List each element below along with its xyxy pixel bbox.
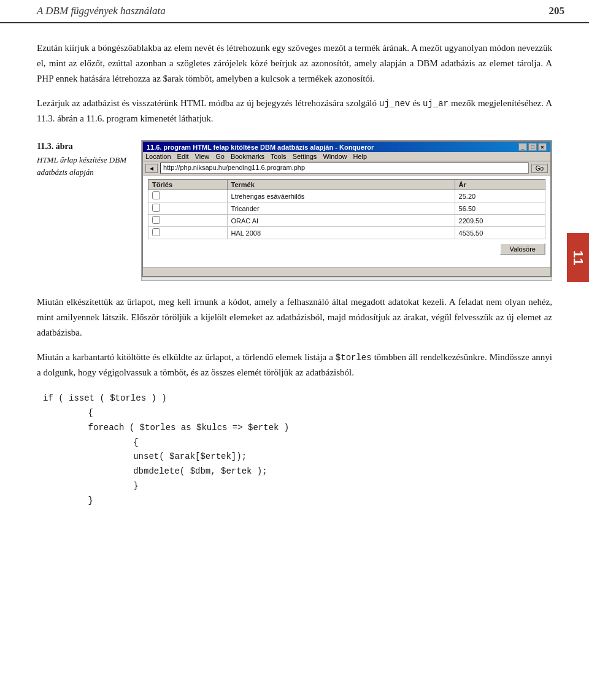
menu-bookmarks[interactable]: Bookmarks bbox=[231, 153, 264, 160]
p2-code-uj-ar: uj_ar bbox=[423, 99, 448, 109]
browser-submit-row: Valösöre bbox=[148, 243, 545, 255]
col-header-termek: Termék bbox=[227, 180, 455, 190]
figure-caption: 11.3. ábra HTML űrlap készítése DBM adat… bbox=[37, 140, 141, 178]
row2-checkbox[interactable] bbox=[152, 204, 160, 212]
browser-controls: _ □ × bbox=[518, 143, 547, 151]
browser-statusbar bbox=[143, 267, 550, 276]
menu-tools[interactable]: Tools bbox=[271, 153, 287, 160]
code-line-8: } bbox=[43, 494, 552, 509]
figure-image: 11.6. program HTML felap kitöltése DBM a… bbox=[141, 140, 552, 281]
menu-help[interactable]: Help bbox=[353, 153, 368, 160]
browser-toolbar: ◄ http://php.niksapu.hu/pending11.6.prog… bbox=[143, 161, 550, 175]
code-line-7: } bbox=[43, 479, 552, 494]
p4-text-1: Miután a karbantartó kitöltötte és elkül… bbox=[37, 352, 336, 362]
col-header-checkbox: Törlés bbox=[148, 180, 228, 190]
code-line-3: foreach ( $torles as $kulcs => $ertek ) bbox=[43, 421, 552, 436]
p2-text-1: Lezárjuk az adatbázist és visszatérünk H… bbox=[37, 98, 379, 108]
menu-edit[interactable]: Edit bbox=[177, 153, 189, 160]
code-line-2: { bbox=[43, 406, 552, 421]
page-container: A DBM függvények használata 205 11 Ezutá… bbox=[0, 0, 589, 700]
paragraph-3: Miután elkészítettük az űrlapot, meg kel… bbox=[37, 294, 552, 340]
table-row: Ltrehengas esáváerhilős 25.20 bbox=[148, 190, 545, 202]
menu-settings[interactable]: Settings bbox=[293, 153, 317, 160]
browser-submit-button[interactable]: Valösöre bbox=[499, 243, 545, 255]
table-row: ORAC AI 2209.50 bbox=[148, 215, 545, 227]
browser-maximize-btn[interactable]: □ bbox=[528, 143, 537, 151]
row1-name: Ltrehengas esáváerhilős bbox=[227, 190, 455, 202]
browser-content: Törlés Termék Ár Ltrehengas esáváerhilős… bbox=[143, 175, 550, 267]
browser-back-button[interactable]: ◄ bbox=[145, 164, 158, 173]
menu-view[interactable]: View bbox=[195, 153, 210, 160]
table-row: Tricander 56.50 bbox=[148, 202, 545, 215]
row3-name: ORAC AI bbox=[227, 215, 455, 227]
code-line-6: dbmdelete( $dbm, $ertek ); bbox=[43, 464, 552, 479]
browser-close-btn[interactable]: × bbox=[538, 143, 547, 151]
browser-title-text: 11.6. program HTML felap kitöltése DBM a… bbox=[147, 144, 374, 151]
figure-row: 11.3. ábra HTML űrlap készítése DBM adat… bbox=[37, 140, 552, 281]
paragraph-4: Miután a karbantartó kitöltötte és elkül… bbox=[37, 350, 552, 380]
page-number: 205 bbox=[549, 5, 565, 17]
p4-code-torles: $torles bbox=[336, 353, 372, 363]
browser-menubar: Location Edit View Go Bookmarks Tools Se… bbox=[143, 152, 550, 161]
browser-titlebar: 11.6. program HTML felap kitöltése DBM a… bbox=[143, 142, 550, 152]
chapter-tab: 11 bbox=[567, 233, 589, 282]
page-header: A DBM függvények használata 205 bbox=[0, 0, 589, 23]
paragraph-2: Lezárjuk az adatbázist és visszatérünk H… bbox=[37, 96, 552, 126]
browser-table: Törlés Termék Ár Ltrehengas esáváerhilős… bbox=[148, 179, 545, 239]
row2-price: 56.50 bbox=[455, 202, 545, 215]
menu-go[interactable]: Go bbox=[215, 153, 225, 160]
row4-name: HAL 2008 bbox=[227, 227, 455, 239]
figure-number: 11.3. ábra bbox=[37, 140, 130, 153]
code-line-4: { bbox=[43, 436, 552, 450]
row3-checkbox[interactable] bbox=[152, 216, 160, 224]
row1-checkbox-cell bbox=[148, 190, 228, 202]
browser-address-bar[interactable]: http://php.niksapu.hu/pending11.6.progra… bbox=[160, 163, 529, 174]
figure-title: HTML űrlap készítése DBM adatbázis alapj… bbox=[37, 154, 130, 178]
code-block: if ( isset ( $torles ) ) { foreach ( $to… bbox=[37, 391, 552, 508]
row1-checkbox[interactable] bbox=[152, 191, 160, 199]
row4-checkbox[interactable] bbox=[152, 228, 160, 236]
p2-code-uj-nev: uj_nev bbox=[379, 99, 410, 109]
code-line-5: unset( $arak[$ertek]); bbox=[43, 450, 552, 464]
row4-price: 4535.50 bbox=[455, 227, 545, 239]
browser-window: 11.6. program HTML felap kitöltése DBM a… bbox=[142, 140, 552, 277]
table-row: HAL 2008 4535.50 bbox=[148, 227, 545, 239]
code-line-1: if ( isset ( $torles ) ) bbox=[43, 391, 552, 406]
row1-price: 25.20 bbox=[455, 190, 545, 202]
row3-price: 2209.50 bbox=[455, 215, 545, 227]
row2-name: Tricander bbox=[227, 202, 455, 215]
row3-checkbox-cell bbox=[148, 215, 228, 227]
browser-go-button[interactable]: Go bbox=[531, 164, 548, 173]
paragraph-1: Ezután kiírjuk a böngészőablakba az elem… bbox=[37, 40, 552, 86]
col-header-ar: Ár bbox=[455, 180, 545, 190]
browser-minimize-btn[interactable]: _ bbox=[518, 143, 527, 151]
row4-checkbox-cell bbox=[148, 227, 228, 239]
menu-window[interactable]: Window bbox=[323, 153, 347, 160]
menu-location[interactable]: Location bbox=[145, 153, 171, 160]
row2-checkbox-cell bbox=[148, 202, 228, 215]
content-area: Ezután kiírjuk a böngészőablakba az elem… bbox=[0, 40, 589, 509]
p2-text-2: és bbox=[410, 98, 423, 108]
header-title: A DBM függvények használata bbox=[37, 5, 166, 17]
